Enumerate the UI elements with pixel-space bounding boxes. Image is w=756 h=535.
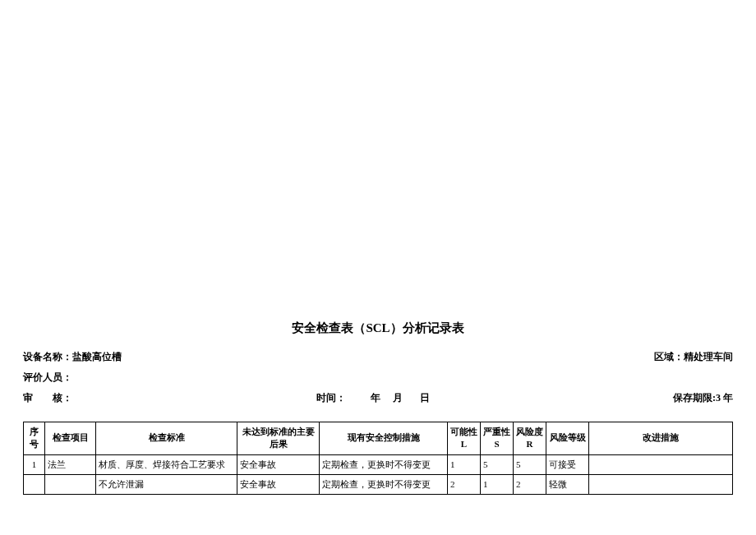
evaluator-label: 评价人员： — [23, 370, 72, 385]
header-r: 风险度 R — [514, 422, 546, 454]
header-l: 可能性 L — [448, 422, 481, 454]
cell-l: 1 — [448, 454, 481, 474]
info-line-3: 审 核： 时间： 年 月 日 保存期限:3 年 — [23, 390, 733, 406]
device-name-label: 设备名称： — [23, 351, 72, 362]
cell-item: 法兰 — [45, 454, 96, 474]
info-line-2: 评价人员： — [23, 370, 733, 385]
header-level: 风险等级 — [546, 422, 589, 454]
cell-consequence: 安全事故 — [237, 474, 320, 494]
time-month: 月 — [393, 392, 403, 404]
time-label: 时间： — [316, 392, 346, 404]
cell-measure: 定期检查，更换时不得变更 — [320, 454, 448, 474]
scl-table: 序号 检查项目 检查标准 未达到标准的主要后果 现有安全控制措施 可能性 L 严… — [23, 422, 733, 496]
cell-item — [45, 474, 96, 494]
cell-l: 2 — [448, 474, 481, 494]
cell-measure: 定期检查，更换时不得变更 — [320, 474, 448, 494]
device-name: 设备名称：盐酸高位槽 — [23, 349, 122, 365]
cell-level: 可接受 — [546, 454, 589, 474]
cell-standard: 不允许泄漏 — [96, 474, 237, 494]
header-item: 检查项目 — [45, 422, 96, 454]
cell-improve — [589, 474, 733, 494]
cell-standard: 材质、厚度、焊接符合工艺要求 — [96, 454, 237, 474]
table-row: 1 法兰 材质、厚度、焊接符合工艺要求 安全事故 定期检查，更换时不得变更 1 … — [24, 454, 733, 474]
info-line-1: 设备名称：盐酸高位槽 区域：精处理车间 — [23, 349, 733, 365]
cell-level: 轻微 — [546, 474, 589, 494]
time-year: 年 — [371, 392, 380, 404]
header-improve: 改进措施 — [589, 422, 733, 454]
document-title: 安全检查表（SCL）分析记录表 — [23, 321, 733, 336]
cell-seq: 1 — [24, 454, 45, 474]
area-value: 精处理车间 — [684, 351, 733, 362]
header-measure: 现有安全控制措施 — [320, 422, 448, 454]
area: 区域：精处理车间 — [654, 349, 733, 365]
table-row: 不允许泄漏 安全事故 定期检查，更换时不得变更 2 1 2 轻微 — [24, 474, 733, 494]
retention-value: 3 年 — [716, 392, 733, 404]
cell-consequence: 安全事故 — [237, 454, 320, 474]
header-s: 严重性 S — [481, 422, 514, 454]
cell-seq — [24, 474, 45, 494]
area-label: 区域： — [654, 351, 684, 362]
cell-r: 5 — [514, 454, 546, 474]
device-name-value: 盐酸高位槽 — [72, 351, 122, 362]
retention-label: 保存期限: — [673, 392, 716, 404]
header-standard: 检查标准 — [96, 422, 237, 454]
cell-s: 5 — [481, 454, 514, 474]
retention: 保存期限:3 年 — [673, 390, 733, 406]
header-seq: 序号 — [24, 422, 45, 454]
table-header-row: 序号 检查项目 检查标准 未达到标准的主要后果 现有安全控制措施 可能性 L 严… — [24, 422, 733, 454]
cell-s: 1 — [481, 474, 514, 494]
time-day: 日 — [420, 392, 430, 404]
header-consequence: 未达到标准的主要后果 — [237, 422, 320, 454]
reviewer-label: 审 核： — [23, 390, 72, 406]
cell-r: 2 — [514, 474, 546, 494]
time-field: 时间： 年 月 日 — [316, 390, 430, 406]
cell-improve — [589, 454, 733, 474]
